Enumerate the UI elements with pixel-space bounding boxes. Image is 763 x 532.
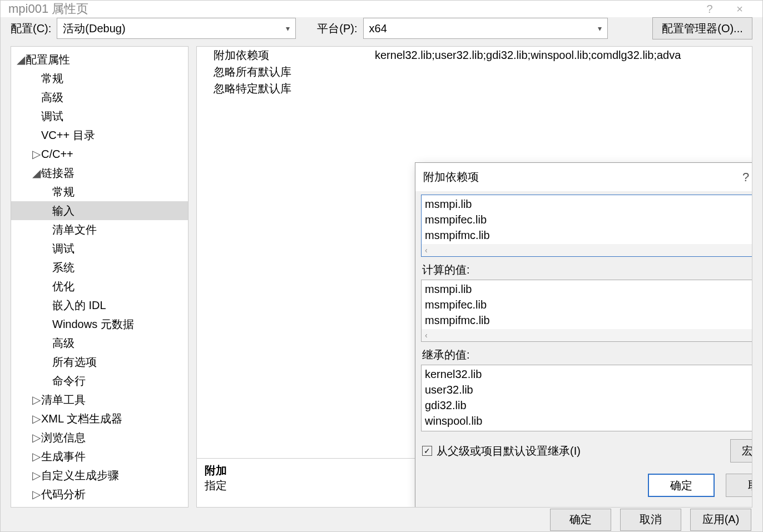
inherit-checkbox[interactable]: ✓ 从父级或项目默认设置继承(I) — [422, 444, 581, 459]
dialog-body: msmpi.libmsmpifec.libmsmpifmc.lib ˄ ˅ ‹ … — [415, 191, 752, 508]
scrollbar-horizontal[interactable]: ‹ › — [422, 244, 752, 256]
tree-node[interactable]: 输入 — [11, 201, 188, 220]
tree-node-label: 所有选项 — [52, 356, 97, 368]
list-item: msmpi.lib — [425, 281, 752, 297]
dialog-ok-button[interactable]: 确定 — [648, 474, 715, 497]
dialog-options-row: ✓ 从父级或项目默认设置继承(I) 宏(M) >> — [421, 437, 752, 465]
tree-twisty-icon: ▷ — [32, 429, 41, 446]
platform-combo[interactable]: x64 ▾ — [363, 18, 608, 39]
tree-node[interactable]: 系统 — [11, 258, 188, 277]
config-label: 配置(C): — [11, 21, 51, 36]
tree-node[interactable]: 调试 — [11, 107, 188, 126]
inherited-listbox-content: kernel32.libuser32.libgdi32.libwinspool.… — [422, 365, 752, 431]
tree-twisty-icon: ◢ — [17, 51, 26, 68]
edit-listbox[interactable]: msmpi.libmsmpifec.libmsmpifmc.lib ˄ ˅ ‹ … — [421, 195, 752, 257]
tree-node[interactable]: 清单文件 — [11, 220, 188, 239]
tree-node-label: 系统 — [52, 261, 75, 274]
close-button[interactable]: × — [725, 3, 755, 16]
list-item: msmpi.lib — [425, 196, 752, 212]
computed-listbox: msmpi.libmsmpifec.libmsmpifmc.lib ˄ ˅ ‹ … — [421, 280, 752, 342]
scroll-left-icon: ‹ — [425, 246, 428, 254]
tree-node-label: 常规 — [52, 186, 75, 198]
dialog-button-row: 确定 取消 — [421, 465, 752, 505]
cancel-button[interactable]: 取消 — [620, 509, 681, 531]
tree-node[interactable]: 常规 — [11, 182, 188, 201]
tree-twisty-icon: ▷ — [32, 467, 41, 484]
tree-node[interactable]: ▷清单工具 — [11, 390, 188, 409]
tree-node[interactable]: ▷代码分析 — [11, 485, 188, 504]
property-row[interactable]: 忽略所有默认库 — [197, 63, 752, 80]
ok-button[interactable]: 确定 — [550, 509, 611, 531]
tree-node[interactable]: VC++ 目录 — [11, 126, 188, 145]
tree-twisty-icon: ▷ — [32, 410, 41, 427]
property-row[interactable]: 附加依赖项kernel32.lib;user32.lib;gdi32.lib;w… — [197, 47, 752, 63]
tree-node-label: 清单工具 — [41, 394, 86, 406]
property-pages-window: mpi001 属性页 ? × 配置(C): 活动(Debug) ▾ 平台(P):… — [0, 0, 763, 532]
tree-twisty-icon: ◢ — [32, 165, 41, 181]
tree-node[interactable]: ▷生成事件 — [11, 447, 188, 466]
tree-twisty-icon: ▷ — [32, 448, 41, 465]
tree-node[interactable]: 命令行 — [11, 371, 188, 390]
tree-node-label: 高级 — [41, 91, 63, 103]
property-tree[interactable]: ◢配置属性常规高级调试VC++ 目录▷C/C++◢链接器常规输入清单文件调试系统… — [11, 46, 189, 508]
tree-node[interactable]: ▷XML 文档生成器 — [11, 409, 188, 428]
tree-twisty-icon: ▷ — [32, 391, 41, 408]
tree-node-label: 嵌入的 IDL — [52, 299, 106, 311]
property-name: 忽略所有默认库 — [197, 64, 375, 79]
tree-node-label: VC++ 目录 — [41, 129, 95, 141]
dialog-help-button[interactable]: ? — [729, 170, 752, 185]
list-item: msmpifec.lib — [425, 297, 752, 312]
tree-node[interactable]: 所有选项 — [11, 352, 188, 371]
additional-deps-dialog: 附加依赖项 ? × msmpi.libmsmpifec.libmsmpifmc.… — [415, 162, 752, 508]
titlebar: mpi001 属性页 ? × — [1, 1, 762, 17]
edit-listbox-content[interactable]: msmpi.libmsmpifec.libmsmpifmc.lib — [422, 195, 752, 244]
tree-node[interactable]: 常规 — [11, 69, 188, 88]
dialog-cancel-button[interactable]: 取消 — [726, 474, 752, 497]
computed-listbox-content: msmpi.libmsmpifec.libmsmpifmc.lib — [422, 280, 752, 329]
scrollbar-horizontal[interactable]: ‹ › — [422, 329, 752, 341]
tree-node-label: 常规 — [41, 72, 63, 84]
tree-twisty-icon: ▷ — [32, 146, 41, 162]
checkbox-icon: ✓ — [422, 446, 432, 456]
tree-node[interactable]: ▷自定义生成步骤 — [11, 466, 188, 485]
tree-node-label: 输入 — [52, 205, 75, 217]
chevron-down-icon: ▾ — [598, 24, 602, 32]
list-item: user32.lib — [425, 382, 752, 397]
body-area: ◢配置属性常规高级调试VC++ 目录▷C/C++◢链接器常规输入清单文件调试系统… — [1, 39, 762, 508]
tree-node-label: C/C++ — [41, 148, 73, 160]
dialog-title: 附加依赖项 — [423, 170, 729, 185]
tree-node-label: 链接器 — [41, 167, 75, 179]
tree-node-label: 调试 — [41, 110, 63, 122]
tree-node[interactable]: ▷C/C++ — [11, 145, 188, 163]
macros-button[interactable]: 宏(M) >> — [730, 439, 752, 463]
inherited-label: 继承的值: — [422, 347, 752, 362]
tree-node[interactable]: Windows 元数据 — [11, 315, 188, 334]
list-item: msmpifmc.lib — [425, 312, 752, 328]
tree-node[interactable]: ◢配置属性 — [11, 50, 188, 69]
tree-node[interactable]: 高级 — [11, 88, 188, 107]
tree-node[interactable]: 高级 — [11, 334, 188, 352]
help-button[interactable]: ? — [695, 3, 725, 16]
property-value: kernel32.lib;user32.lib;gdi32.lib;winspo… — [375, 49, 752, 62]
dialog-titlebar: 附加依赖项 ? × — [415, 163, 752, 191]
platform-combo-value: x64 — [369, 22, 387, 35]
computed-label: 计算的值: — [422, 262, 752, 277]
config-combo[interactable]: 活动(Debug) ▾ — [57, 18, 296, 39]
property-table: 附加依赖项kernel32.lib;user32.lib;gdi32.lib;w… — [197, 47, 752, 97]
tree-node-label: 浏览信息 — [41, 431, 86, 444]
tree-node[interactable]: 嵌入的 IDL — [11, 296, 188, 315]
tree-node-label: 优化 — [52, 280, 75, 292]
apply-button[interactable]: 应用(A) — [690, 509, 751, 531]
property-row[interactable]: 忽略特定默认库 — [197, 80, 752, 97]
tree-node-label: 调试 — [52, 242, 75, 255]
tree-node[interactable]: 优化 — [11, 277, 188, 296]
tree-node-label: 自定义生成步骤 — [41, 469, 119, 481]
tree-node-label: Windows 元数据 — [52, 318, 134, 330]
tree-node[interactable]: ▷浏览信息 — [11, 428, 188, 447]
scroll-left-icon: ‹ — [425, 331, 428, 339]
tree-node[interactable]: 调试 — [11, 239, 188, 258]
config-toolbar: 配置(C): 活动(Debug) ▾ 平台(P): x64 ▾ 配置管理器(O)… — [1, 17, 762, 39]
tree-node[interactable]: ◢链接器 — [11, 163, 188, 182]
config-manager-button[interactable]: 配置管理器(O)... — [652, 17, 752, 39]
property-name: 附加依赖项 — [197, 48, 375, 63]
